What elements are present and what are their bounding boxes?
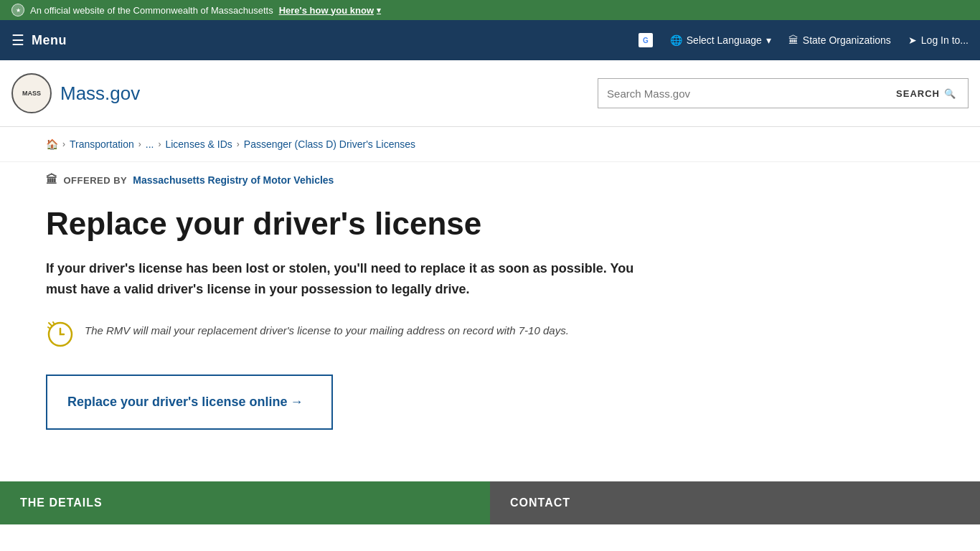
how-you-know-link[interactable]: Here's how you know ▾ — [279, 5, 381, 16]
separator-3: › — [158, 139, 161, 149]
cta-link[interactable]: Replace your driver's license online→ — [67, 395, 303, 409]
menu-label: Menu — [32, 33, 67, 48]
google-translate-item[interactable]: G — [639, 33, 653, 47]
arrow-icon: → — [290, 395, 303, 409]
page-title: Replace your driver's license — [46, 207, 643, 241]
search-input[interactable] — [598, 78, 885, 108]
mass-seal-small: ★ — [11, 4, 24, 17]
mass-seal-logo: MASS — [11, 73, 52, 113]
separator-2: › — [138, 139, 141, 149]
search-button[interactable]: SEARCH 🔍 — [885, 78, 969, 108]
breadcrumb-transportation[interactable]: Transportation — [70, 138, 134, 150]
offered-by-org-link[interactable]: Massachusetts Registry of Motor Vehicles — [133, 174, 334, 186]
breadcrumb: 🏠 › Transportation › ... › Licenses & ID… — [0, 127, 980, 162]
google-translate-icon: G — [639, 33, 653, 47]
site-title: Mass.gov — [60, 83, 140, 105]
breadcrumb-home[interactable]: 🏠 — [46, 138, 58, 150]
select-language-item[interactable]: 🌐 Select Language ▾ — [670, 34, 771, 46]
nav-right: G 🌐 Select Language ▾ 🏛 State Organizati… — [639, 33, 969, 47]
breadcrumb-passenger-license[interactable]: Passenger (Class D) Driver's Licenses — [244, 138, 415, 150]
menu-button[interactable]: ☰ Menu — [11, 32, 67, 49]
page-description: If your driver's license has been lost o… — [46, 258, 634, 300]
login-icon: ➤ — [908, 34, 917, 46]
language-chevron-icon: ▾ — [766, 34, 771, 46]
details-heading: THE DETAILS — [20, 496, 103, 509]
top-banner: ★ An official website of the Commonwealt… — [0, 0, 980, 20]
log-in-item[interactable]: ➤ Log In to... — [908, 34, 969, 46]
hamburger-icon: ☰ — [11, 32, 24, 49]
clock-icon — [46, 320, 75, 349]
building-nav-icon: 🏛 — [788, 34, 798, 46]
contact-heading: CONTACT — [510, 496, 570, 509]
info-box: The RMV will mail your replacement drive… — [46, 320, 634, 349]
globe-icon: 🌐 — [670, 34, 682, 46]
nav-bar: ☰ Menu G 🌐 Select Language ▾ 🏛 State Org… — [0, 20, 980, 60]
site-header: MASS Mass.gov SEARCH 🔍 — [0, 60, 980, 127]
state-organizations-item[interactable]: 🏛 State Organizations — [788, 34, 891, 46]
cta-box[interactable]: Replace your driver's license online→ — [46, 375, 333, 430]
info-text: The RMV will mail your replacement drive… — [85, 320, 569, 339]
bottom-sections: THE DETAILS CONTACT — [0, 481, 980, 524]
offered-by: 🏛 OFFERED BY Massachusetts Registry of M… — [0, 162, 980, 192]
main-content: Replace your driver's license If your dr… — [0, 192, 689, 458]
offered-by-label: OFFERED BY — [64, 175, 128, 186]
separator-1: › — [62, 139, 65, 149]
chevron-down-icon: ▾ — [377, 6, 381, 15]
details-section[interactable]: THE DETAILS — [0, 481, 490, 524]
breadcrumb-ellipsis[interactable]: ... — [146, 138, 154, 150]
official-text: An official website of the Commonwealth … — [30, 5, 273, 16]
search-area: SEARCH 🔍 — [598, 78, 969, 108]
search-icon: 🔍 — [944, 88, 956, 99]
contact-section[interactable]: CONTACT — [490, 481, 980, 524]
building-icon: 🏛 — [46, 174, 58, 187]
logo[interactable]: MASS Mass.gov — [11, 73, 140, 113]
separator-4: › — [237, 139, 240, 149]
breadcrumb-licenses-ids[interactable]: Licenses & IDs — [165, 138, 232, 150]
